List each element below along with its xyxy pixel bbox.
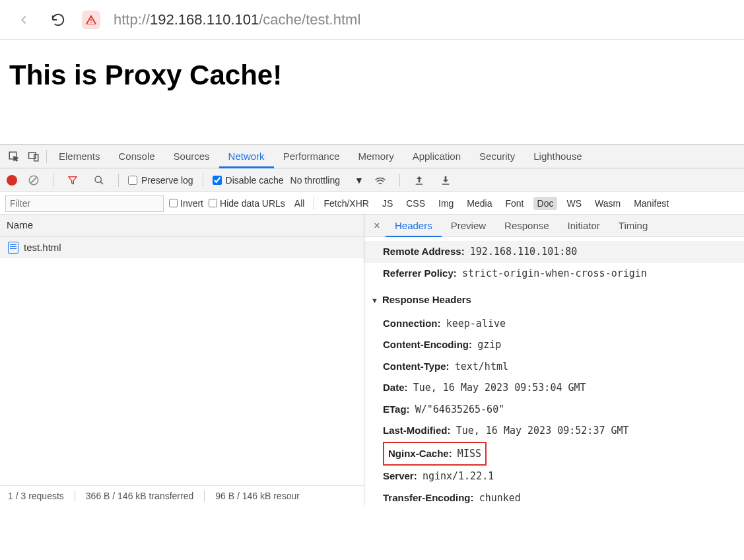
filter-type-fetchxhr[interactable]: Fetch/XHR xyxy=(320,197,372,210)
header-line: Content-Type: text/html xyxy=(371,356,737,378)
inspect-element-icon[interactable] xyxy=(4,147,24,166)
header-value: chunked xyxy=(479,492,521,504)
record-button[interactable] xyxy=(7,175,17,186)
close-detail-button[interactable]: × xyxy=(368,220,386,232)
header-value: nginx/1.22.1 xyxy=(423,470,494,482)
devtools-tab-sources[interactable]: Sources xyxy=(164,145,219,168)
page-heading: This is Proxy Cache! xyxy=(9,59,735,91)
filter-bar: Invert Hide data URLs AllFetch/XHRJSCSSI… xyxy=(0,192,744,215)
reload-button[interactable] xyxy=(48,9,69,30)
filter-type-wasm[interactable]: Wasm xyxy=(591,197,625,210)
response-headers-section[interactable]: Response Headers xyxy=(371,284,737,313)
filter-type-ws[interactable]: WS xyxy=(562,197,586,210)
header-key: Content-Encoding: xyxy=(383,339,472,350)
header-line: Content-Encoding: gzip xyxy=(371,334,737,356)
header-key: Connection: xyxy=(383,318,441,329)
devtools-tab-lighthouse[interactable]: Lighthouse xyxy=(524,145,591,168)
header-value: W/"64635265-60" xyxy=(415,403,504,415)
filter-type-js[interactable]: JS xyxy=(378,197,397,210)
header-line: Connection: keep-alive xyxy=(371,313,737,335)
detail-tab-response[interactable]: Response xyxy=(495,215,558,237)
header-key: Content-Type: xyxy=(383,361,450,372)
header-value: MISS xyxy=(457,448,481,460)
throttling-select[interactable]: No throttling ▼ xyxy=(290,175,364,186)
separator xyxy=(75,490,75,502)
filter-type-all[interactable]: All xyxy=(290,197,309,210)
page-content: This is Proxy Cache! xyxy=(0,40,744,144)
header-value: strict-origin-when-cross-origin xyxy=(462,267,647,279)
header-line: Server: nginx/1.22.1 xyxy=(371,466,737,487)
detail-tab-preview[interactable]: Preview xyxy=(442,215,495,237)
header-key: Transfer-Encoding: xyxy=(383,492,474,503)
header-line: ETag: W/"64635265-60" xyxy=(371,399,737,421)
download-har-icon[interactable] xyxy=(436,170,456,190)
detail-tab-timing[interactable]: Timing xyxy=(609,215,657,237)
header-key: Date: xyxy=(383,382,408,393)
status-resources: 96 B / 146 kB resour xyxy=(215,491,300,501)
url-bar[interactable]: http://192.168.110.101/cache/test.html xyxy=(114,11,360,28)
devtools-tab-memory[interactable]: Memory xyxy=(349,145,403,168)
chevron-down-icon: ▼ xyxy=(355,175,364,186)
separator xyxy=(203,174,203,187)
devtools-tab-security[interactable]: Security xyxy=(470,145,524,168)
devtools-tab-performance[interactable]: Performance xyxy=(274,145,349,168)
browser-toolbar: http://192.168.110.101/cache/test.html xyxy=(0,0,744,40)
status-bar: 1 / 3 requests 366 B / 146 kB transferre… xyxy=(0,485,364,505)
filter-types: AllFetch/XHRJSCSSImgMediaFontDocWSWasmMa… xyxy=(290,197,673,210)
devtools-panel: ElementsConsoleSourcesNetworkPerformance… xyxy=(0,144,744,505)
request-list: Name test.html 1 / 3 requests 366 B / 14… xyxy=(0,215,364,505)
filter-type-media[interactable]: Media xyxy=(463,197,496,210)
column-header-name[interactable]: Name xyxy=(0,215,364,237)
url-host: 192.168.110.101 xyxy=(150,11,259,28)
request-row[interactable]: test.html xyxy=(0,237,364,258)
detail-tabs: × HeadersPreviewResponseInitiatorTiming xyxy=(364,215,744,237)
separator xyxy=(399,174,400,187)
highlighted-header: Nginx-Cache: MISS xyxy=(383,442,487,466)
devtools-tab-console[interactable]: Console xyxy=(110,145,164,168)
device-toggle-icon[interactable] xyxy=(24,147,44,166)
filter-type-font[interactable]: Font xyxy=(502,197,528,210)
header-line: Transfer-Encoding: chunked xyxy=(371,487,737,506)
separator xyxy=(53,174,53,187)
header-key: Nginx-Cache: xyxy=(388,448,452,459)
back-button[interactable] xyxy=(13,9,34,30)
url-path: /cache/test.html xyxy=(259,11,360,28)
devtools-tabs: ElementsConsoleSourcesNetworkPerformance… xyxy=(0,145,744,168)
detail-tab-initiator[interactable]: Initiator xyxy=(558,215,609,237)
invert-checkbox[interactable]: Invert xyxy=(169,198,203,209)
request-list-empty-area xyxy=(0,258,364,485)
header-key: Remote Address: xyxy=(383,246,465,257)
request-name: test.html xyxy=(24,242,61,253)
filter-type-css[interactable]: CSS xyxy=(402,197,429,210)
filter-type-doc[interactable]: Doc xyxy=(533,197,558,210)
network-toolbar: Preserve log Disable cache No throttling… xyxy=(0,168,744,192)
hide-data-urls-checkbox[interactable]: Hide data URLs xyxy=(209,198,285,209)
detail-tab-headers[interactable]: Headers xyxy=(386,215,442,237)
header-value: Tue, 16 May 2023 09:53:04 GMT xyxy=(413,382,586,394)
devtools-tab-elements[interactable]: Elements xyxy=(50,145,110,168)
network-conditions-icon[interactable] xyxy=(370,170,390,190)
svg-point-4 xyxy=(95,176,101,182)
disable-cache-checkbox[interactable]: Disable cache xyxy=(213,175,284,186)
devtools-tab-network[interactable]: Network xyxy=(219,145,274,168)
clear-button[interactable] xyxy=(24,170,44,190)
upload-har-icon[interactable] xyxy=(409,170,429,190)
filter-input[interactable] xyxy=(5,195,164,212)
header-key: Server: xyxy=(383,470,417,481)
url-protocol: http:// xyxy=(114,11,150,28)
header-value: gzip xyxy=(477,339,501,351)
devtools-tab-application[interactable]: Application xyxy=(403,145,470,168)
filter-icon[interactable] xyxy=(63,170,83,190)
filter-type-manifest[interactable]: Manifest xyxy=(630,197,673,210)
filter-type-img[interactable]: Img xyxy=(434,197,457,210)
separator xyxy=(46,150,47,163)
header-key: ETag: xyxy=(383,403,410,415)
status-requests: 1 / 3 requests xyxy=(8,491,64,501)
security-warning-icon[interactable] xyxy=(82,11,100,29)
header-line: Nginx-Cache: MISS xyxy=(371,442,737,466)
header-line: Last-Modified: Tue, 16 May 2023 09:52:37… xyxy=(371,420,737,442)
header-key: Last-Modified: xyxy=(383,425,451,436)
preserve-log-checkbox[interactable]: Preserve log xyxy=(128,175,193,186)
search-icon[interactable] xyxy=(89,170,109,190)
network-body: Name test.html 1 / 3 requests 366 B / 14… xyxy=(0,215,744,505)
